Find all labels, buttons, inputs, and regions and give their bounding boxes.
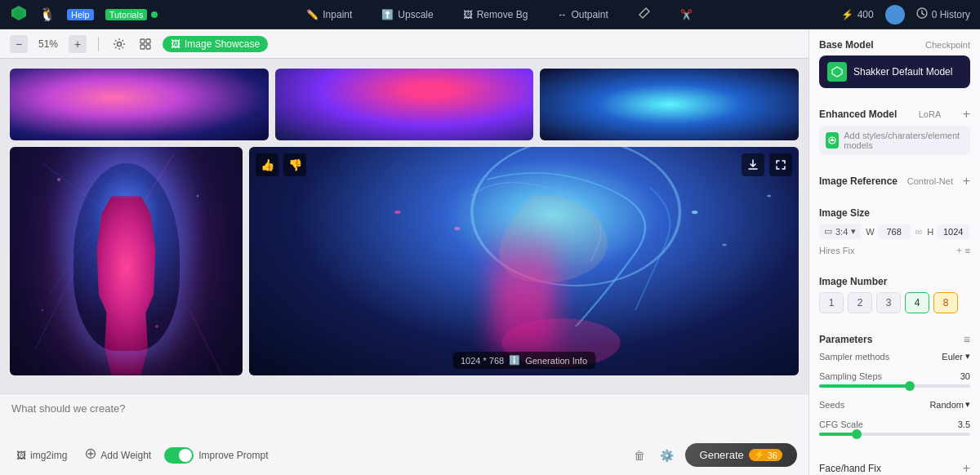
improve-prompt-toggle-wrap: Improve Prompt <box>164 447 268 464</box>
number-pill-2[interactable]: 2 <box>848 292 872 313</box>
add-weight-icon <box>85 448 96 462</box>
settings-icon-button[interactable] <box>110 35 128 53</box>
thumbs-up-button[interactable]: 👍 <box>256 153 278 176</box>
number-pill-3[interactable]: 3 <box>876 292 901 313</box>
image-number-section: Image Number 1 2 3 4 8 <box>819 276 970 313</box>
svg-point-21 <box>454 227 460 230</box>
prompt-input[interactable] <box>11 402 797 437</box>
zoom-in-button[interactable]: + <box>69 35 87 53</box>
height-input[interactable] <box>937 224 969 239</box>
prompt-bottom: 🖼 img2img Add Weight Improve Prompt � <box>11 443 797 467</box>
number-pill-8[interactable]: 8 <box>933 292 958 313</box>
upscale-icon: ⬆️ <box>381 9 394 20</box>
parameters-section: Parameters ≡ Sampler methods Euler ▾ Sam… <box>819 333 970 442</box>
sampler-chevron-icon: ▾ <box>965 351 970 362</box>
tutorials-button[interactable]: Tutorials <box>105 9 158 20</box>
outpaint-tool[interactable]: ↔️ Outpaint <box>550 6 614 24</box>
parameters-header: Parameters ≡ <box>819 333 970 346</box>
removebg-icon: 🖼 <box>463 9 473 20</box>
seeds-select[interactable]: Random ▾ <box>929 399 970 410</box>
image-overlay-bottom: 1024 * 768 ℹ️ Generation Info <box>452 352 595 369</box>
draw-icon <box>638 7 651 22</box>
base-model-card[interactable]: Shakker Default Model <box>819 55 970 88</box>
top-image-2[interactable] <box>275 69 534 140</box>
right-panel: Base Model Checkpoint Shakker Default Mo… <box>808 29 980 475</box>
history-icon <box>916 7 928 21</box>
generate-button[interactable]: Generate ⚡ 36 <box>685 443 797 467</box>
removebg-tool[interactable]: 🖼 Remove Bg <box>457 6 535 24</box>
cfg-scale-thumb <box>852 429 862 439</box>
sampler-select[interactable]: Euler ▾ <box>942 351 970 362</box>
nav-icon-penguin[interactable]: 🐧 <box>39 7 56 22</box>
main-image-left[interactable] <box>10 147 243 375</box>
sampling-steps-track[interactable] <box>819 384 970 388</box>
enhanced-model-header: Enhanced Model LoRA + <box>819 108 970 121</box>
scissors-tool[interactable]: ✂️ <box>674 6 699 24</box>
size-row: ▭ 3:4 ▾ W ∞ H <box>819 224 970 239</box>
cfg-scale-row: CFG Scale 3.5 <box>819 420 970 436</box>
zoom-value: 51% <box>36 38 60 50</box>
inpaint-icon: ✏️ <box>306 9 318 20</box>
cfg-scale-track[interactable] <box>819 433 970 436</box>
logo[interactable] <box>10 4 28 25</box>
canvas-area: − 51% + 🖼 Image Showcase <box>0 29 808 475</box>
image-reference-section: Image Reference Control-Net + <box>819 175 970 188</box>
svg-rect-6 <box>140 45 145 49</box>
image-size-section: Image Size ▭ 3:4 ▾ W ∞ H Hires Fix <box>819 207 970 256</box>
inpaint-tool[interactable]: ✏️ Inpaint <box>300 6 359 24</box>
toggle-knob <box>179 449 192 462</box>
svg-point-13 <box>57 178 60 181</box>
download-button[interactable] <box>742 153 764 176</box>
seeds-chevron-icon: ▾ <box>965 399 970 410</box>
parameters-list-icon[interactable]: ≡ <box>964 333 970 346</box>
width-group: W <box>866 224 910 239</box>
height-group: H <box>927 224 969 239</box>
image-reference-header: Image Reference Control-Net + <box>819 175 970 188</box>
main-image-right[interactable]: 👍 👎 1024 * 768 <box>249 147 799 375</box>
grid-icon-button[interactable] <box>136 35 154 53</box>
delete-prompt-button[interactable]: 🗑 <box>630 446 648 465</box>
showcase-label[interactable]: 🖼 Image Showcase <box>163 36 268 52</box>
svg-line-12 <box>51 229 91 294</box>
top-image-1[interactable] <box>10 69 269 140</box>
draw-tool[interactable] <box>631 3 657 25</box>
history-button[interactable]: 0 History <box>916 7 970 21</box>
number-pill-4[interactable]: 4 <box>905 292 929 313</box>
thumbs-down-button[interactable]: 👎 <box>283 153 306 176</box>
expand-button[interactable] <box>769 153 792 176</box>
canvas-toolbar: − 51% + 🖼 Image Showcase <box>0 29 808 59</box>
link-icon: ∞ <box>915 226 923 238</box>
number-pills: 1 2 3 4 8 <box>819 292 970 313</box>
lora-add-row[interactable]: Add styles/charaters/element models <box>819 126 970 155</box>
img2img-button[interactable]: 🖼 img2img <box>11 447 72 464</box>
main-image-row: 👍 👎 1024 * 768 <box>10 147 799 375</box>
hires-row: Hires Fix ＋ ≡ <box>819 244 970 256</box>
upscale-tool[interactable]: ⬆️ Upscale <box>375 6 439 24</box>
image-icon: 🖼 <box>171 38 180 50</box>
improve-prompt-toggle[interactable] <box>164 447 194 464</box>
base-model-section: Base Model Checkpoint Shakker Default Mo… <box>819 39 970 88</box>
help-button[interactable]: Help <box>67 9 94 20</box>
width-input[interactable] <box>878 224 911 239</box>
sampling-steps-fill <box>819 384 910 388</box>
number-pill-1[interactable]: 1 <box>819 292 844 313</box>
face-hand-fix-add-button[interactable]: + <box>963 462 970 475</box>
lora-add-button[interactable]: + <box>963 108 970 121</box>
prompt-settings-button[interactable]: ⚙️ <box>657 446 677 465</box>
user-avatar[interactable] <box>885 5 905 24</box>
zoom-out-button[interactable]: − <box>10 35 28 53</box>
ratio-box-icon: ▭ <box>824 226 832 237</box>
topnav-right: ⚡ 400 0 History <box>841 5 970 24</box>
ratio-select[interactable]: ▭ 3:4 ▾ <box>819 224 861 239</box>
top-image-3[interactable] <box>540 69 799 140</box>
reference-add-button[interactable]: + <box>963 175 970 188</box>
generation-info-label[interactable]: Generation Info <box>525 356 587 366</box>
image-overlay-top-right <box>742 153 792 176</box>
image-overlay-top-left: 👍 👎 <box>256 153 306 176</box>
image-grid[interactable]: 👍 👎 1024 * 768 <box>0 59 808 393</box>
image-resolution: 1024 * 768 <box>461 356 504 366</box>
add-weight-button[interactable]: Add Weight <box>80 446 156 464</box>
hires-expand-button[interactable]: ＋ ≡ <box>955 244 970 256</box>
svg-line-8 <box>42 163 108 212</box>
generate-credits-badge: ⚡ 36 <box>749 449 782 461</box>
